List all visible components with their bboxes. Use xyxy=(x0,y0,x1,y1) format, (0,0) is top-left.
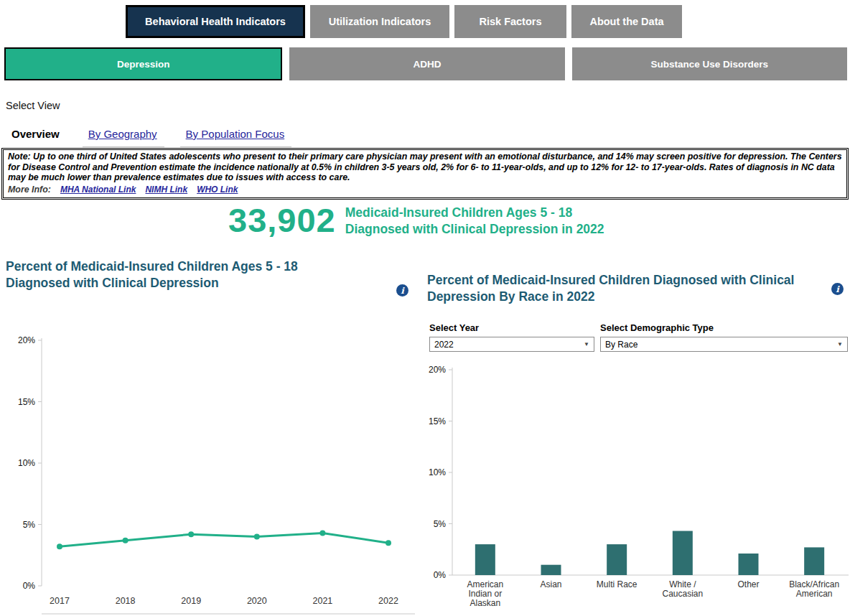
more-info-row: More Info: MHA National Link NIMH Link W… xyxy=(8,185,842,195)
select-year-control: Select Year 2022 ▼ xyxy=(429,322,594,352)
stat-label-line1: Medicaid-Insured Children Ages 5 - 18 xyxy=(345,205,604,221)
svg-text:Other: Other xyxy=(737,579,759,589)
link-who[interactable]: WHO Link xyxy=(197,185,238,195)
select-demographic-label: Select Demographic Type xyxy=(600,322,848,333)
info-icon[interactable]: i xyxy=(396,284,408,297)
svg-text:Asian: Asian xyxy=(540,579,561,589)
chevron-down-icon: ▼ xyxy=(584,341,589,347)
svg-text:Alaskan: Alaskan xyxy=(470,598,500,608)
svg-text:20%: 20% xyxy=(429,365,446,375)
svg-text:10%: 10% xyxy=(18,458,35,468)
svg-text:15%: 15% xyxy=(18,397,35,407)
svg-text:0%: 0% xyxy=(23,581,36,591)
svg-text:5%: 5% xyxy=(23,520,36,530)
stat-label-line2: Diagnosed with Clinical Depression in 20… xyxy=(345,221,604,238)
tab-utilization-indicators[interactable]: Utilization Indicators xyxy=(310,5,449,38)
dashboard-page: { "colors": { "active_top_tab_bg": "#163… xyxy=(0,0,850,616)
svg-text:20%: 20% xyxy=(18,335,35,345)
headline-stat: 33,902 Medicaid-Insured Children Ages 5 … xyxy=(228,202,604,238)
tab-behavioral-health-indicators[interactable]: Behavioral Health Indicators xyxy=(126,5,305,38)
svg-text:Caucasian: Caucasian xyxy=(662,589,703,599)
svg-text:Multi Race: Multi Race xyxy=(597,579,638,589)
svg-text:0%: 0% xyxy=(434,570,447,580)
view-tab-by-population-focus[interactable]: By Population Focus xyxy=(180,125,292,147)
indicator-tab-bar: Depression ADHD Substance Use Disorders xyxy=(4,47,847,80)
depression-trend-line-chart: 0%5%10%15%20%201720182019202020212022 xyxy=(6,332,415,616)
svg-text:Indian or: Indian or xyxy=(468,589,502,599)
stat-value: 33,902 xyxy=(228,202,336,238)
right-chart-title: Percent of Medicaid-Insured Children Dia… xyxy=(427,272,818,305)
svg-text:American: American xyxy=(467,579,503,589)
tab-depression[interactable]: Depression xyxy=(4,47,282,80)
chevron-down-icon: ▼ xyxy=(837,341,843,347)
svg-text:Black/African: Black/African xyxy=(789,579,839,589)
left-chart-title: Percent of Medicaid-Insured Children Age… xyxy=(6,258,343,291)
svg-text:2017: 2017 xyxy=(50,596,70,606)
tab-risk-factors[interactable]: Risk Factors xyxy=(454,5,566,38)
select-view-label: Select View xyxy=(6,100,60,111)
top-tab-bar: Behavioral Health Indicators Utilization… xyxy=(126,5,682,38)
svg-text:2019: 2019 xyxy=(181,596,201,606)
note-box: Note: Up to one third of United States a… xyxy=(3,149,847,198)
more-info-label: More Info: xyxy=(8,185,51,195)
select-year-label: Select Year xyxy=(429,322,594,333)
tab-adhd[interactable]: ADHD xyxy=(289,47,564,80)
info-icon[interactable]: i xyxy=(831,283,844,295)
demographic-dropdown[interactable]: By Race ▼ xyxy=(600,337,848,352)
stat-label: Medicaid-Insured Children Ages 5 - 18 Di… xyxy=(345,205,604,238)
link-mha-national[interactable]: MHA National Link xyxy=(60,185,136,195)
year-dropdown-value: 2022 xyxy=(434,340,454,350)
svg-text:15%: 15% xyxy=(429,416,446,426)
svg-text:2021: 2021 xyxy=(312,596,332,606)
select-demographic-control: Select Demographic Type By Race ▼ xyxy=(600,322,848,352)
view-tab-by-geography[interactable]: By Geography xyxy=(83,125,164,147)
view-tab-bar: Overview By Geography By Population Focu… xyxy=(6,125,307,147)
svg-text:5%: 5% xyxy=(434,519,447,529)
year-dropdown[interactable]: 2022 ▼ xyxy=(429,337,594,352)
svg-text:10%: 10% xyxy=(429,467,446,477)
svg-text:American: American xyxy=(796,589,833,599)
view-tab-overview[interactable]: Overview xyxy=(6,125,67,147)
svg-text:2022: 2022 xyxy=(378,596,398,606)
tab-about-the-data[interactable]: About the Data xyxy=(571,5,682,38)
svg-text:White /: White / xyxy=(669,579,696,589)
tab-substance-use-disorders[interactable]: Substance Use Disorders xyxy=(572,47,847,80)
link-nimh[interactable]: NIMH Link xyxy=(145,185,187,195)
svg-text:2020: 2020 xyxy=(247,596,267,606)
note-text: Note: Up to one third of United States a… xyxy=(8,151,842,183)
svg-text:2018: 2018 xyxy=(116,596,136,606)
depression-by-race-bar-chart: 0%5%10%15%20%AmericanIndian orAlaskanAsi… xyxy=(427,363,850,616)
demographic-dropdown-value: By Race xyxy=(605,340,638,350)
